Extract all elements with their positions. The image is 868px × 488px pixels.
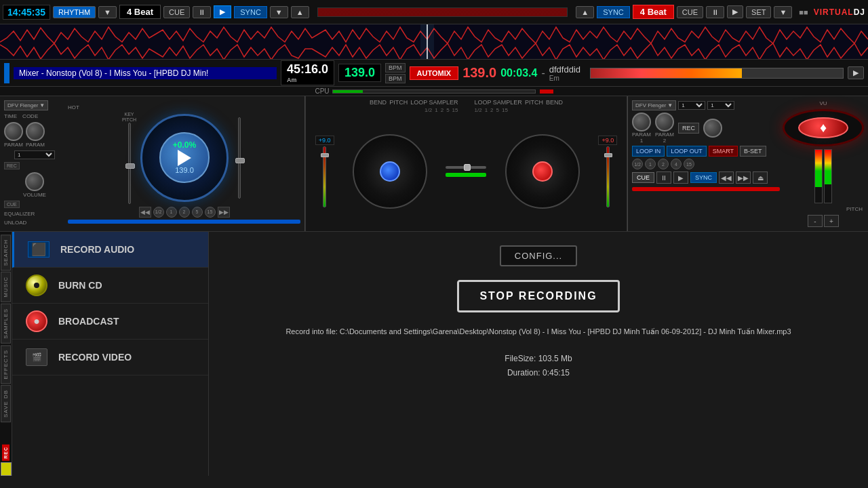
up-btn-left[interactable]: ▲: [291, 6, 309, 18]
ff-right[interactable]: ▶▶: [736, 171, 751, 184]
sync-button-left[interactable]: SYNC: [234, 6, 267, 18]
tab-samples[interactable]: SAMPLES: [1, 304, 11, 344]
menu-item-broadcast[interactable]: ● BROADCAST: [12, 304, 208, 340]
progress-bar-left: [68, 220, 300, 224]
turntable-left[interactable]: +0.0% 139.0: [140, 114, 229, 202]
top-bar: 14:45:35 RHYTHM ▼ 4 Beat CUE ⏸ ▶ SYNC ▼ …: [0, 0, 868, 24]
eject-right[interactable]: ⏏: [753, 171, 768, 184]
loop-sampler-label-1: LOOP SAMPLER: [410, 99, 458, 106]
play-button-right[interactable]: ▶: [727, 5, 743, 18]
up-btn-right[interactable]: ▲: [576, 6, 594, 18]
transport-right: CUE ⏸ ▶ SYNC ◀◀ ▶▶ ⏏: [632, 171, 780, 184]
crossfader-handle[interactable]: [464, 164, 471, 171]
pause-button-right[interactable]: ⏸: [706, 6, 724, 18]
rec-btn-left[interactable]: REC: [4, 162, 20, 169]
beat-fractions-right: 1/2 1 2 4 15: [632, 159, 780, 169]
dot-5[interactable]: 15: [205, 207, 216, 218]
filter-button-right[interactable]: DFV Flenger ▼: [632, 100, 676, 110]
vu-label: VU: [819, 100, 827, 106]
frac-15[interactable]: 15: [684, 159, 694, 169]
right-deck-icon: ♦: [820, 120, 827, 136]
config-button[interactable]: CONFIG...: [500, 245, 577, 266]
waveform-right-btn[interactable]: ▶: [848, 66, 864, 79]
menu-item-burn-cd[interactable]: BURN CD: [12, 268, 208, 304]
tab-search[interactable]: SEARCH: [1, 235, 11, 270]
param2-knob-right[interactable]: [655, 113, 674, 131]
frac-4[interactable]: 4: [671, 159, 682, 169]
left-channel-strip: +9.0: [315, 136, 334, 207]
left-menu: ⬛ RECORD AUDIO BURN CD ● BROADCAST 🎬 REC…: [12, 232, 209, 476]
rhythm-button[interactable]: RHYTHM: [53, 6, 96, 18]
dot-4[interactable]: 5: [192, 207, 203, 218]
pitch-slider-left: [233, 117, 246, 199]
track-drag-handle[interactable]: [4, 63, 9, 83]
sync-button-right[interactable]: SYNC: [597, 6, 630, 18]
dropdown-right[interactable]: ▼: [774, 6, 792, 18]
param1-knob-right[interactable]: [632, 113, 651, 131]
filter-button-left[interactable]: DFV Flenger ▼: [4, 100, 48, 110]
dropdown-left[interactable]: ▼: [98, 6, 117, 18]
waveform-mini-right: [591, 68, 742, 78]
cue-btn-right[interactable]: CUE: [632, 172, 654, 183]
cue-btn-left[interactable]: CUE: [4, 201, 20, 208]
vinyl-right[interactable]: [505, 134, 580, 209]
param1-knob[interactable]: [4, 122, 23, 141]
play-right[interactable]: ▶: [673, 171, 688, 184]
automix-button[interactable]: AUTOMIX: [410, 66, 459, 80]
play-button-left[interactable]: ▶: [214, 5, 231, 18]
frac-1[interactable]: 1: [645, 159, 656, 169]
rew-right[interactable]: ◀◀: [719, 171, 734, 184]
deck-select-right-1[interactable]: 1: [678, 101, 705, 110]
vinyl-left[interactable]: [353, 134, 427, 209]
right-deck-knobs: PARAM 1 PARAM 2 REC: [632, 113, 780, 144]
pitch-handle-right-of-left[interactable]: [235, 158, 245, 163]
tab-save-db[interactable]: SAVE DB: [1, 385, 11, 422]
frac-2[interactable]: 2: [658, 159, 669, 169]
volume-knob-left[interactable]: [25, 172, 44, 191]
right-turntable-area: VU ♦ PITCH - +: [783, 100, 864, 227]
prev-btn[interactable]: ◀◀: [139, 207, 151, 218]
volume-knob-right[interactable]: [703, 119, 722, 138]
dropdown-2[interactable]: ▼: [270, 6, 288, 18]
mixer-turntables: +9.0 +9.0: [309, 115, 624, 228]
smart-btn[interactable]: SMART: [709, 146, 738, 157]
pitch-handle-left[interactable]: [125, 163, 135, 169]
loop-out-btn[interactable]: LOOP OUT: [667, 146, 706, 157]
pitch-down-right[interactable]: -: [808, 215, 823, 227]
param2-knob[interactable]: [26, 122, 45, 141]
loop-in-btn[interactable]: LOOP IN: [632, 146, 665, 157]
right-channel-strip: +9.0: [598, 136, 617, 207]
bset-btn[interactable]: B-SET: [740, 146, 766, 157]
pitch-up-right[interactable]: +: [824, 215, 839, 227]
recording-stats: FileSize: 103.5 Mb Duration: 0:45:15: [505, 352, 572, 381]
deck-select-left[interactable]: 12: [14, 150, 55, 159]
vinyl-dot-right: [532, 161, 553, 182]
menu-item-record-video[interactable]: 🎬 RECORD VIDEO: [12, 340, 208, 375]
bpm-right: 139.0: [462, 65, 496, 81]
key-right: dfdfddid Em: [549, 64, 580, 82]
frac-half[interactable]: 1/2: [632, 159, 643, 169]
menu-item-record-audio[interactable]: ⬛ RECORD AUDIO: [12, 232, 208, 268]
dot-2[interactable]: 1: [166, 207, 177, 218]
code-label: CODE: [22, 113, 38, 119]
cue-button-left[interactable]: CUE: [163, 6, 190, 18]
pause-right[interactable]: ⏸: [656, 171, 671, 184]
next-btn[interactable]: ▶▶: [218, 207, 230, 218]
bottom-panel: SEARCH MUSIC SAMPLES EFFECTS SAVE DB REC…: [0, 232, 868, 476]
stop-recording-button[interactable]: STOP RECORDING: [457, 280, 619, 312]
rec-btn-right[interactable]: REC: [678, 123, 699, 134]
filter-dropdown-icon[interactable]: ▼: [39, 102, 45, 108]
tab-music[interactable]: MUSIC: [1, 272, 11, 302]
crossfader-area: [446, 166, 486, 177]
set-button[interactable]: SET: [746, 6, 771, 18]
sync-right[interactable]: SYNC: [690, 172, 717, 183]
deck-select-right-2[interactable]: 1: [707, 101, 734, 110]
cue-button-right[interactable]: CUE: [677, 6, 703, 18]
pause-button-left[interactable]: ⏸: [193, 6, 211, 18]
right-fader-handle[interactable]: [604, 153, 612, 157]
left-fader-handle[interactable]: [321, 153, 329, 157]
dot-3[interactable]: 2: [179, 207, 190, 218]
tab-effects[interactable]: EFFECTS: [1, 345, 11, 384]
turntable-right[interactable]: ♦: [783, 109, 864, 146]
dot-1[interactable]: 1/2: [153, 207, 164, 218]
